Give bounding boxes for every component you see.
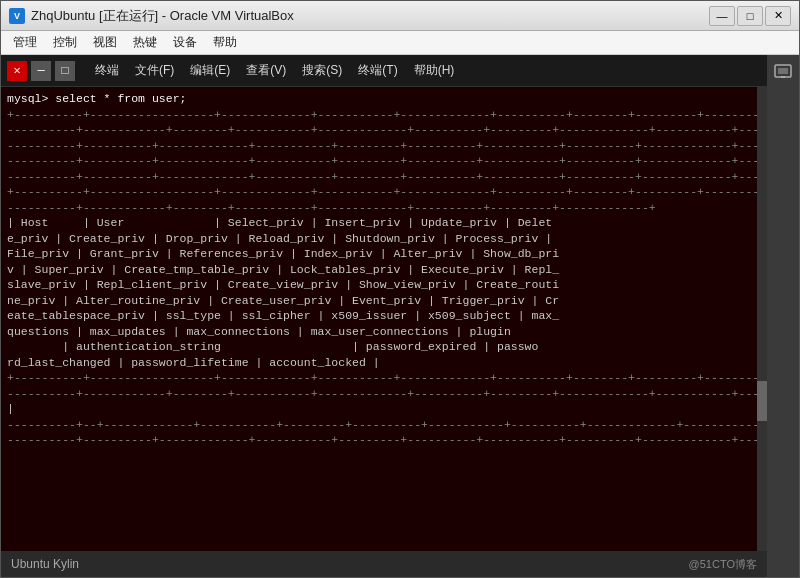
svg-rect-1 (778, 68, 788, 74)
vbox-content: ✕ — □ 终端 文件(F) 编辑(E) 查看(V) 搜索(S) 终端(T) 帮… (1, 55, 799, 577)
vbox-right-panel (767, 55, 799, 577)
term-close-button[interactable]: ✕ (7, 61, 27, 81)
menu-view[interactable]: 视图 (85, 32, 125, 53)
terminal-window: ✕ — □ 终端 文件(F) 编辑(E) 查看(V) 搜索(S) 终端(T) 帮… (1, 55, 767, 577)
maximize-button[interactable]: □ (737, 6, 763, 26)
term-menu-help[interactable]: 帮助(H) (406, 60, 463, 81)
term-menu-search[interactable]: 搜索(S) (294, 60, 350, 81)
ubuntu-kylin-label: Ubuntu Kylin (11, 557, 79, 571)
term-menu-terminal2[interactable]: 终端(T) (350, 60, 405, 81)
vbox-panel-icon[interactable] (771, 59, 795, 83)
menu-device[interactable]: 设备 (165, 32, 205, 53)
term-min-button[interactable]: — (31, 61, 51, 81)
terminal-title-bar: ✕ — □ 终端 文件(F) 编辑(E) 查看(V) 搜索(S) 终端(T) 帮… (1, 55, 767, 87)
term-max-button[interactable]: □ (55, 61, 75, 81)
term-menu-edit[interactable]: 编辑(E) (182, 60, 238, 81)
scrollbar[interactable] (757, 87, 767, 577)
vbox-icon: V (9, 8, 25, 24)
menu-control[interactable]: 控制 (45, 32, 85, 53)
menu-bar: 管理 控制 视图 热键 设备 帮助 (1, 31, 799, 55)
close-button[interactable]: ✕ (765, 6, 791, 26)
menu-manage[interactable]: 管理 (5, 32, 45, 53)
terminal-body[interactable]: mysql> select * from user; +----------+-… (1, 87, 767, 577)
title-bar: V ZhqUbuntu [正在运行] - Oracle VM VirtualBo… (1, 1, 799, 31)
term-menu-terminal[interactable]: 终端 (87, 60, 127, 81)
scrollbar-thumb[interactable] (757, 381, 767, 421)
terminal-output: mysql> select * from user; +----------+-… (7, 91, 761, 448)
window-title: ZhqUbuntu [正在运行] - Oracle VM VirtualBox (31, 7, 709, 25)
menu-hotkey[interactable]: 热键 (125, 32, 165, 53)
term-menu-file[interactable]: 文件(F) (127, 60, 182, 81)
minimize-button[interactable]: — (709, 6, 735, 26)
watermark-text: @51CTO博客 (689, 557, 757, 572)
window-controls: — □ ✕ (709, 6, 791, 26)
virtualbox-window: V ZhqUbuntu [正在运行] - Oracle VM VirtualBo… (0, 0, 800, 578)
menu-help[interactable]: 帮助 (205, 32, 245, 53)
terminal-menu: 终端 文件(F) 编辑(E) 查看(V) 搜索(S) 终端(T) 帮助(H) (87, 60, 462, 81)
status-bar: Ubuntu Kylin @51CTO博客 (1, 551, 767, 577)
term-menu-view[interactable]: 查看(V) (238, 60, 294, 81)
